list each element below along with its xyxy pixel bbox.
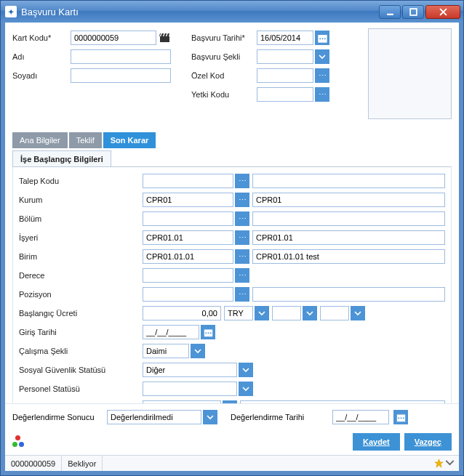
adi-input[interactable] bbox=[71, 49, 171, 64]
yetki-kodu-input[interactable] bbox=[257, 87, 313, 102]
bolum-code-input[interactable] bbox=[143, 211, 233, 226]
main-tabs: Ana Bilgiler Teklif Son Karar bbox=[12, 132, 452, 148]
application-card-window: ✦ Başvuru Kartı Kart Kodu* Adı bbox=[0, 0, 464, 476]
unvani-lookup-button[interactable] bbox=[223, 400, 237, 403]
personel-statusu-dropdown-button[interactable] bbox=[239, 382, 253, 396]
svg-rect-2 bbox=[160, 36, 169, 42]
svg-rect-18 bbox=[400, 417, 401, 419]
sgs-dropdown-button[interactable] bbox=[239, 363, 253, 377]
clapper-icon[interactable] bbox=[158, 31, 172, 45]
maximize-button[interactable] bbox=[402, 5, 424, 19]
tab-ana-bilgiler[interactable]: Ana Bilgiler bbox=[12, 132, 68, 148]
giris-tarihi-input[interactable] bbox=[143, 325, 199, 339]
degerlendirme-sonucu-input[interactable] bbox=[107, 410, 201, 424]
currency-input[interactable] bbox=[224, 306, 253, 320]
unvani-desc-input[interactable] bbox=[240, 400, 445, 403]
subtab-ise-baslangic[interactable]: İşe Başlangıç Bilgileri bbox=[12, 150, 111, 166]
derece-label: Derece bbox=[19, 271, 143, 280]
currency-dropdown-button[interactable] bbox=[255, 306, 269, 320]
pozisyon-lookup-button[interactable] bbox=[235, 287, 249, 302]
degerlendirme-tarihi-input[interactable] bbox=[332, 410, 389, 424]
derece-code-input[interactable] bbox=[143, 268, 233, 283]
save-button[interactable]: Kaydet bbox=[353, 433, 400, 451]
kart-kodu-input[interactable] bbox=[71, 31, 156, 45]
degerlendirme-sonucu-dropdown-button[interactable] bbox=[203, 410, 217, 424]
talep-kodu-desc-input[interactable] bbox=[252, 174, 445, 188]
degerlendirme-tarihi-label: Değerlendirme Tarihi bbox=[231, 413, 332, 421]
evaluation-bar: Değerlendirme Sonucu Değerlendirme Tarih… bbox=[5, 403, 459, 430]
adi-label: Adı bbox=[12, 52, 71, 61]
photo-placeholder[interactable] bbox=[368, 28, 452, 119]
kurum-desc-input[interactable] bbox=[252, 193, 445, 207]
kurum-lookup-button[interactable] bbox=[235, 193, 249, 207]
window-title: Başvuru Kartı bbox=[21, 7, 79, 17]
bolum-desc-input[interactable] bbox=[252, 211, 445, 226]
status-durum: Bekliyor bbox=[62, 456, 103, 471]
personel-statusu-input[interactable] bbox=[143, 382, 237, 396]
kurum-label: Kurum bbox=[19, 195, 143, 204]
soyadi-label: Soyadı bbox=[12, 71, 71, 80]
svg-rect-11 bbox=[324, 38, 325, 39]
basvuru-sekli-input[interactable] bbox=[257, 49, 313, 64]
status-bar: 0000000059 Bekliyor bbox=[5, 455, 459, 471]
soyadi-input[interactable] bbox=[71, 68, 171, 83]
tab-son-karar[interactable]: Son Karar bbox=[103, 132, 156, 148]
close-button[interactable] bbox=[425, 5, 460, 19]
ozel-kod-input[interactable] bbox=[257, 68, 313, 83]
svg-rect-13 bbox=[205, 332, 207, 334]
svg-rect-19 bbox=[402, 417, 404, 419]
derece-lookup-button[interactable] bbox=[235, 268, 249, 283]
basvuru-tarihi-calendar-button[interactable] bbox=[315, 31, 329, 45]
ucret-extra1-dropdown-button[interactable] bbox=[303, 306, 317, 320]
kart-kodu-label: Kart Kodu* bbox=[12, 33, 71, 42]
bolum-lookup-button[interactable] bbox=[235, 211, 249, 226]
svg-rect-17 bbox=[398, 417, 399, 419]
calisma-sekli-label: Çalışma Şekli bbox=[19, 347, 143, 355]
baslangic-ucreti-input[interactable] bbox=[143, 306, 221, 320]
talep-kodu-code-input[interactable] bbox=[143, 174, 233, 188]
form-area: Kart Kodu* Adı Soyadı bbox=[5, 23, 459, 403]
isyeri-desc-input[interactable] bbox=[252, 230, 445, 245]
degerlendirme-tarihi-calendar-button[interactable] bbox=[393, 410, 408, 424]
basvuru-tarihi-input[interactable] bbox=[257, 31, 313, 45]
favorite-star-button[interactable] bbox=[430, 456, 459, 471]
unvani-code-input[interactable] bbox=[143, 400, 221, 403]
sgs-input[interactable] bbox=[143, 363, 237, 377]
ucret-extra2-dropdown-button[interactable] bbox=[351, 306, 365, 320]
baslangic-ucreti-label: Başlangıç Ücreti bbox=[19, 309, 143, 318]
pozisyon-code-input[interactable] bbox=[143, 287, 233, 302]
calisma-sekli-dropdown-button[interactable] bbox=[191, 344, 205, 358]
yetki-kodu-lookup-button[interactable] bbox=[315, 87, 329, 102]
svg-rect-1 bbox=[410, 9, 417, 15]
svg-rect-9 bbox=[319, 38, 321, 39]
sgs-label: Sosyal Güvenlik Statüsü bbox=[19, 366, 143, 374]
ucret-extra2-input[interactable] bbox=[320, 306, 349, 320]
birim-lookup-button[interactable] bbox=[235, 249, 249, 264]
birim-code-input[interactable] bbox=[143, 249, 233, 264]
birim-label: Birim bbox=[19, 252, 143, 261]
talep-kodu-lookup-button[interactable] bbox=[235, 174, 249, 188]
detail-panel: Talep Kodu Kurum Bölüm bbox=[12, 166, 452, 403]
svg-rect-15 bbox=[209, 332, 211, 334]
personel-statusu-label: Personel Statüsü bbox=[19, 384, 143, 393]
client-area: Kart Kodu* Adı Soyadı bbox=[1, 23, 463, 475]
color-dots-icon[interactable] bbox=[12, 435, 25, 448]
ozel-kod-lookup-button[interactable] bbox=[315, 68, 329, 83]
minimize-button[interactable] bbox=[379, 5, 401, 19]
kurum-code-input[interactable] bbox=[143, 193, 233, 207]
giris-tarihi-calendar-button[interactable] bbox=[201, 325, 215, 339]
degerlendirme-sonucu-label: Değerlendirme Sonucu bbox=[12, 413, 107, 421]
pozisyon-desc-input[interactable] bbox=[252, 287, 445, 302]
basvuru-sekli-dropdown-button[interactable] bbox=[315, 49, 329, 64]
ucret-extra1-input[interactable] bbox=[272, 306, 301, 320]
isyeri-label: İşyeri bbox=[19, 233, 143, 242]
birim-desc-input[interactable] bbox=[252, 249, 445, 264]
talep-kodu-label: Talep Kodu bbox=[19, 177, 143, 185]
isyeri-code-input[interactable] bbox=[143, 230, 233, 245]
bolum-label: Bölüm bbox=[19, 214, 143, 223]
cancel-button[interactable]: Vazgeç bbox=[404, 433, 452, 451]
calisma-sekli-input[interactable] bbox=[143, 344, 189, 358]
isyeri-lookup-button[interactable] bbox=[235, 230, 249, 245]
titlebar[interactable]: ✦ Başvuru Kartı bbox=[1, 1, 463, 23]
tab-teklif[interactable]: Teklif bbox=[69, 132, 102, 148]
